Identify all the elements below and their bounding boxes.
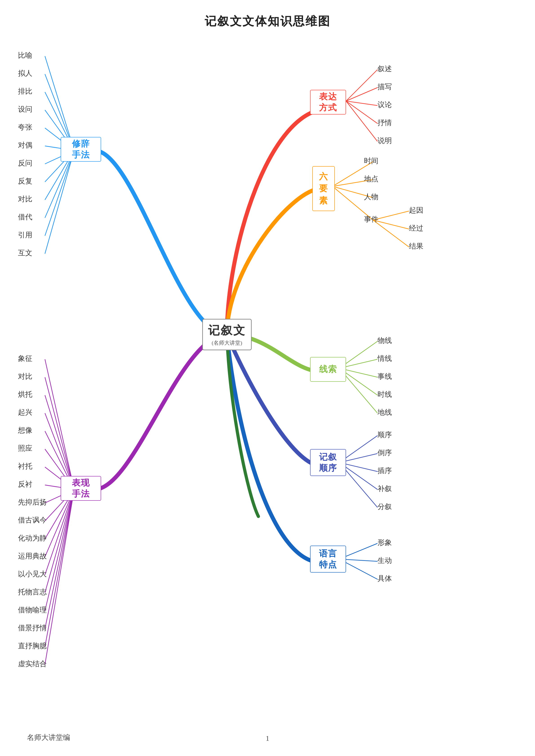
leaf-xiuci-9: 对比: [18, 194, 32, 204]
svg-line-49: [45, 490, 74, 575]
leaf-xiuci-10: 借代: [18, 212, 32, 222]
leaf-bx-16: 借景抒情: [18, 623, 47, 633]
leaf-jx-2: 倒序: [378, 448, 392, 458]
leaf-lys-shijian-2: 经过: [409, 224, 423, 233]
leaf-xiuci-5: 夸张: [18, 122, 32, 132]
svg-line-39: [45, 395, 74, 490]
leaf-bx-5: 想像: [18, 425, 32, 435]
svg-line-52: [45, 490, 74, 629]
leaf-bx-14: 托物言志: [18, 587, 47, 597]
svg-line-14: [346, 101, 378, 105]
leaf-biaoda-4: 抒情: [378, 118, 392, 128]
center-main-text: 记叙文: [208, 323, 246, 338]
leaf-xiuci-3: 排比: [18, 87, 32, 96]
center-node: 记叙文 (名师大讲堂): [202, 319, 252, 350]
leaf-xs-4: 时线: [378, 390, 392, 399]
leaf-bx-6: 照应: [18, 444, 32, 453]
svg-line-13: [346, 88, 378, 101]
center-sub-text: (名师大讲堂): [212, 339, 242, 346]
leaf-bx-3: 烘托: [18, 390, 32, 399]
leaf-bx-11: 化动为静: [18, 533, 47, 543]
leaf-yy-2: 生动: [378, 556, 392, 566]
leaf-bx-15: 借物喻理: [18, 605, 47, 615]
leaf-xiuci-8: 反复: [18, 176, 32, 186]
leaf-lys-4: 事件: [364, 214, 379, 224]
leaf-bx-17: 直抒胸臆: [18, 641, 47, 651]
svg-line-16: [346, 101, 378, 142]
leaf-xiuci-1: 比喻: [18, 50, 32, 60]
leaf-xiuci-11: 引用: [18, 230, 32, 240]
leaf-xiuci-12: 互文: [18, 248, 32, 258]
leaf-xs-1: 物线: [378, 336, 392, 345]
leaf-lys-shijian-1: 起因: [409, 205, 423, 215]
leaf-bx-7: 衬托: [18, 461, 32, 471]
leaf-jx-1: 顺序: [378, 430, 392, 440]
branch-biaoda: 表达 方式: [310, 90, 346, 115]
leaf-xs-5: 地线: [378, 408, 392, 418]
leaf-bx-2: 对比: [18, 372, 32, 382]
leaf-xs-2: 情线: [378, 354, 392, 364]
leaf-biaoda-5: 说明: [378, 136, 392, 146]
branch-xiuci: 修辞 手法: [61, 137, 101, 162]
svg-line-10: [45, 150, 74, 236]
svg-line-15: [346, 101, 378, 123]
leaf-bx-13: 以小见大: [18, 569, 47, 579]
leaf-xiuci-2: 拟人: [18, 68, 32, 78]
svg-line-23: [373, 220, 409, 247]
mind-map-curves: [0, 0, 535, 756]
svg-line-21: [373, 211, 409, 220]
leaf-lys-shijian-3: 结果: [409, 241, 423, 251]
branch-xiansuo: 线索: [310, 357, 346, 382]
leaf-xiuci-4: 设问: [18, 104, 32, 114]
leaf-yy-3: 具体: [378, 574, 392, 583]
leaf-bx-10: 借古讽今: [18, 515, 47, 525]
svg-line-53: [45, 490, 74, 647]
branch-biaoxian: 表现 手法: [61, 476, 101, 501]
leaf-lys-2: 地点: [364, 174, 379, 184]
leaf-xs-3: 事线: [378, 372, 392, 382]
leaf-yy-1: 形象: [378, 538, 392, 548]
leaf-bx-9: 先抑后扬: [18, 497, 47, 507]
leaf-lys-3: 人物: [364, 192, 379, 202]
branch-liuyaosu: 六 要 素: [312, 166, 335, 211]
svg-line-22: [373, 220, 409, 229]
svg-line-38: [45, 377, 74, 490]
leaf-bx-18: 虚实结合: [18, 659, 47, 669]
leaf-bx-4: 起兴: [18, 408, 32, 418]
branch-yuyan: 语言 特点: [310, 546, 346, 573]
leaf-biaoda-1: 叙述: [378, 64, 392, 74]
leaf-xiuci-7: 反问: [18, 158, 32, 168]
leaf-xiuci-6: 对偶: [18, 140, 32, 150]
svg-line-51: [45, 490, 74, 611]
svg-line-12: [346, 69, 378, 101]
leaf-jx-4: 补叙: [378, 484, 392, 494]
leaf-biaoda-3: 议论: [378, 100, 392, 110]
leaf-bx-8: 反衬: [18, 479, 32, 489]
leaf-jx-5: 分叙: [378, 502, 392, 512]
leaf-biaoda-2: 描写: [378, 82, 392, 92]
svg-line-0: [45, 56, 74, 150]
leaf-bx-12: 运用典故: [18, 551, 47, 561]
branch-jixu: 记叙 顺序: [310, 449, 346, 476]
leaf-bx-1: 象征: [18, 354, 32, 364]
leaf-jx-3: 插序: [378, 466, 392, 476]
leaf-lys-1: 时间: [364, 156, 379, 166]
